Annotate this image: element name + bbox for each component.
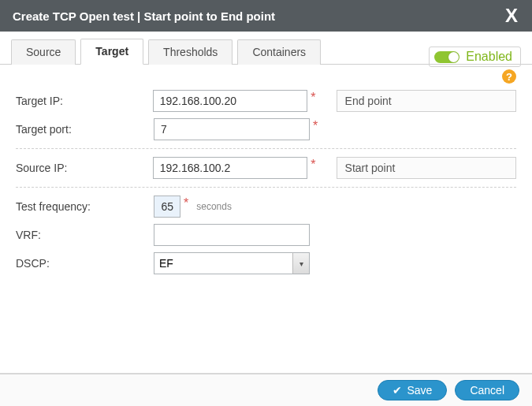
check-icon: ✔ [392, 384, 402, 397]
row-target-ip: Target IP: * End point [16, 90, 516, 112]
title-bar: Create TCP Open test | Start point to En… [0, 0, 532, 32]
help-icon[interactable]: ? [502, 69, 516, 84]
label-source-ip: Source IP: [16, 162, 153, 174]
frequency-unit: seconds [196, 201, 232, 212]
tab-source[interactable]: Source [11, 39, 76, 65]
input-source-ip[interactable] [153, 157, 308, 179]
required-marker: * [311, 91, 315, 105]
divider [16, 187, 516, 188]
row-frequency: Test frequency: * seconds [16, 196, 516, 218]
tab-bar: Source Target Thresholds Containers Enab… [0, 32, 532, 65]
tab-target[interactable]: Target [80, 39, 143, 65]
input-target-port[interactable] [154, 118, 310, 140]
footer: ✔ Save Cancel [0, 373, 532, 406]
input-frequency[interactable] [154, 196, 180, 218]
enabled-label: Enabled [466, 50, 512, 64]
divider [16, 148, 516, 149]
cancel-label: Cancel [470, 384, 504, 397]
input-target-ip[interactable] [153, 90, 308, 112]
row-vrf: VRF: [16, 224, 516, 246]
target-ip-name: End point [337, 90, 516, 112]
row-dscp: DSCP: EF ▾ [16, 252, 516, 274]
required-marker: * [184, 196, 188, 210]
label-target-ip: Target IP: [16, 95, 153, 107]
select-dscp[interactable]: EF [154, 252, 310, 274]
enabled-toggle[interactable] [434, 51, 459, 63]
form-content: ? Target IP: * End point Target port: * … [0, 65, 532, 274]
save-button[interactable]: ✔ Save [378, 380, 447, 400]
row-target-port: Target port: * [16, 118, 516, 140]
cancel-button[interactable]: Cancel [455, 380, 519, 400]
row-source-ip: Source IP: * Start point [16, 157, 516, 179]
label-vrf: VRF: [16, 229, 154, 241]
dialog-title: Create TCP Open test | Start point to En… [13, 9, 500, 23]
tab-containers[interactable]: Containers [237, 39, 321, 65]
input-vrf[interactable] [154, 224, 310, 246]
save-label: Save [407, 384, 432, 397]
tab-thresholds[interactable]: Thresholds [148, 39, 233, 65]
required-marker: * [313, 119, 318, 133]
label-frequency: Test frequency: [16, 200, 154, 213]
close-icon[interactable]: X [500, 5, 523, 27]
label-dscp: DSCP: [16, 257, 154, 270]
source-ip-name: Start point [337, 157, 516, 179]
required-marker: * [311, 158, 315, 172]
label-target-port: Target port: [16, 123, 154, 136]
